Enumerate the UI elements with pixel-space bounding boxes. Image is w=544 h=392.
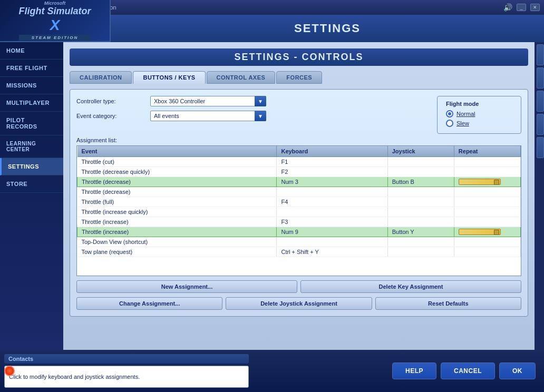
change-assignment-button[interactable]: Change Assignment... xyxy=(76,297,222,310)
delete-joystick-button[interactable]: Delete Joystick Assignment xyxy=(226,297,372,310)
sidebar-item-multiplayer[interactable]: MULTIPLAYER xyxy=(0,94,63,112)
button-row-2: Change Assignment... Delete Joystick Ass… xyxy=(76,297,521,310)
radio-slew[interactable] xyxy=(446,120,453,127)
cell-joystick: Button B xyxy=(387,177,454,187)
cell-event: Throttle (increase) xyxy=(77,227,277,237)
cell-event: Top-Down View (shortcut) xyxy=(77,237,277,247)
sidebar-item-home[interactable]: HOME xyxy=(0,42,63,60)
table-row[interactable]: Throttle (decrease) xyxy=(77,187,521,197)
cell-keyboard xyxy=(277,237,387,247)
right-panel-buttons xyxy=(535,42,544,350)
reset-defaults-button[interactable]: Reset Defaults xyxy=(375,297,521,310)
cell-joystick xyxy=(387,217,454,227)
event-category-select[interactable]: All events xyxy=(150,111,266,121)
cell-joystick xyxy=(387,187,454,197)
sidebar-item-pilot-records[interactable]: PILOT RECORDS xyxy=(0,112,63,135)
cell-keyboard xyxy=(277,207,387,217)
tab-calibration[interactable]: CALIBRATION xyxy=(70,71,132,84)
cell-keyboard: Ctrl + Shift + Y xyxy=(277,247,387,257)
controller-type-label: Controller type: xyxy=(76,98,150,104)
sidebar-item-learning-center[interactable]: LEARNING CENTER xyxy=(0,135,63,158)
table-row[interactable]: Tow plane (request)Ctrl + Shift + Y xyxy=(77,247,521,257)
flight-mode-slew-row: Slew xyxy=(446,120,512,127)
cell-keyboard: Num 9 xyxy=(277,227,387,237)
cell-repeat xyxy=(454,237,520,247)
cell-repeat xyxy=(454,227,520,237)
delete-key-button[interactable]: Delete Key Assignment xyxy=(300,280,521,293)
cell-repeat xyxy=(454,157,520,167)
radio-normal-label[interactable]: Normal xyxy=(456,111,475,117)
logo-area: Microsoft Flight Simulator X STEAM EDITI… xyxy=(0,0,111,42)
cell-keyboard: F2 xyxy=(277,167,387,177)
tab-forces[interactable]: FORCES xyxy=(276,71,322,84)
cell-joystick xyxy=(387,197,454,207)
cell-joystick xyxy=(387,237,454,247)
sound-icon[interactable]: 🔊 xyxy=(503,3,512,12)
assignment-list-label: Assignment list: xyxy=(76,137,521,143)
table-row[interactable]: Throttle (full)F4 xyxy=(77,197,521,207)
event-category-select-wrapper: All events ▼ xyxy=(150,111,266,121)
assignment-table: Event Keyboard Joystick Repeat Throttle … xyxy=(77,146,521,257)
tab-buttons-keys[interactable]: BUTTONS / KEYS xyxy=(133,71,205,84)
right-btn-5[interactable] xyxy=(537,137,544,158)
repeat-slider[interactable] xyxy=(459,179,516,185)
table-row[interactable]: Top-Down View (shortcut) xyxy=(77,237,521,247)
table-row[interactable]: Throttle (decrease)Num 3Button B xyxy=(77,177,521,187)
close-button[interactable]: ✕ xyxy=(530,4,540,11)
right-btn-3[interactable] xyxy=(537,91,544,112)
page-title: SETTINGS xyxy=(294,22,361,35)
footer: Contacts Click to modify keyboard and jo… xyxy=(0,350,544,392)
radio-normal[interactable] xyxy=(446,110,453,117)
col-keyboard: Keyboard xyxy=(277,146,387,157)
ok-button[interactable]: OK xyxy=(499,362,536,379)
col-repeat: Repeat xyxy=(454,146,520,157)
tabs: CALIBRATION BUTTONS / KEYS CONTROL AXES … xyxy=(70,71,528,84)
footer-right: HELP CANCEL OK xyxy=(253,350,544,392)
cell-keyboard: F3 xyxy=(277,217,387,227)
cell-event: Throttle (full) xyxy=(77,197,277,207)
settings-panel: Controller type: Xbox 360 Controller ▼ E… xyxy=(70,89,528,317)
sidebar-item-store[interactable]: STORE xyxy=(0,175,63,193)
controller-type-select[interactable]: Xbox 360 Controller xyxy=(150,96,266,106)
new-assignment-button[interactable]: New Assignment... xyxy=(76,280,297,293)
cell-repeat xyxy=(454,177,520,187)
right-btn-1[interactable] xyxy=(537,44,544,65)
alert-circle xyxy=(4,366,15,376)
cell-repeat xyxy=(454,187,520,197)
repeat-slider[interactable] xyxy=(459,229,516,235)
sidebar-item-free-flight[interactable]: FREE FLIGHT xyxy=(0,60,63,77)
page-subtitle: SETTINGS - CONTROLS xyxy=(70,48,528,66)
table-row[interactable]: Throttle (increase)Num 9Button Y xyxy=(77,227,521,237)
radio-slew-label[interactable]: Slew xyxy=(456,120,469,126)
assignment-table-wrapper[interactable]: Event Keyboard Joystick Repeat Throttle … xyxy=(76,145,521,276)
table-row[interactable]: Throttle (increase)F3 xyxy=(77,217,521,227)
controller-type-select-wrapper: Xbox 360 Controller ▼ xyxy=(150,96,266,106)
cell-event: Throttle (decrease) xyxy=(77,177,277,187)
cell-joystick xyxy=(387,167,454,177)
main-content: SETTINGS - CONTROLS CALIBRATION BUTTONS … xyxy=(63,42,535,350)
cell-repeat xyxy=(454,197,520,207)
col-event: Event xyxy=(77,146,277,157)
table-row[interactable]: Throttle (cut)F1 xyxy=(77,157,521,167)
table-row[interactable]: Throttle (decrease quickly)F2 xyxy=(77,167,521,177)
sidebar: HOME FREE FLIGHT MISSIONS MULTIPLAYER PI… xyxy=(0,42,63,350)
logo-steam: STEAM EDITION xyxy=(19,35,91,41)
minimize-button[interactable]: _ xyxy=(517,4,526,11)
sidebar-item-settings[interactable]: SETTINGS xyxy=(0,158,63,175)
button-row-1: New Assignment... Delete Key Assignment xyxy=(76,280,521,293)
col-joystick: Joystick xyxy=(387,146,454,157)
help-button[interactable]: HELP xyxy=(392,362,436,379)
cell-event: Throttle (decrease) xyxy=(77,187,277,197)
tab-control-axes[interactable]: CONTROL AXES xyxy=(207,71,276,84)
cell-repeat xyxy=(454,247,520,257)
status-text: Click to modify keyboard and joystick as… xyxy=(9,374,140,380)
right-btn-4[interactable] xyxy=(537,114,544,135)
page-title-area: SETTINGS xyxy=(111,15,544,42)
contacts-bar[interactable]: Contacts xyxy=(4,354,249,364)
sidebar-item-missions[interactable]: MISSIONS xyxy=(0,77,63,94)
cell-joystick xyxy=(387,247,454,257)
right-btn-2[interactable] xyxy=(537,67,544,89)
cell-keyboard: F1 xyxy=(277,157,387,167)
table-row[interactable]: Throttle (increase quickly) xyxy=(77,207,521,217)
cancel-button[interactable]: CANCEL xyxy=(441,362,495,379)
